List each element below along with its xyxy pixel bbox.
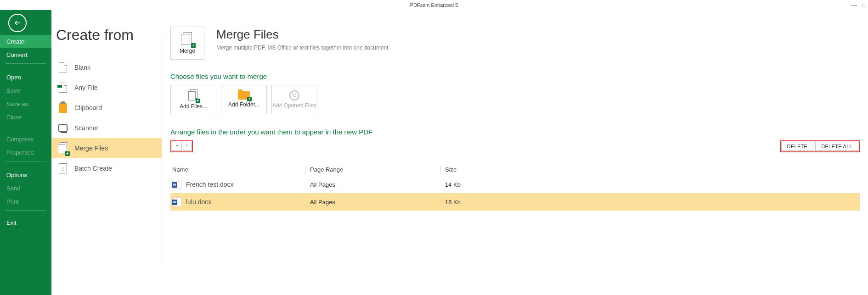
create-from-label: Scanner	[74, 124, 98, 132]
merge-files-icon: +	[58, 142, 68, 154]
delete-all-button[interactable]: DELETE ALL	[815, 142, 858, 151]
page-title: Create from	[56, 27, 162, 44]
column-header-name[interactable]: Name	[170, 166, 305, 173]
choose-files-heading: Choose files you want to merge	[170, 72, 860, 80]
divider	[162, 33, 162, 267]
sidebar-item-create[interactable]: Create	[0, 35, 51, 48]
window-title: PDFsam Enhanced 5	[410, 2, 458, 8]
sidebar-item-compress: Compress	[0, 133, 51, 146]
file-range: All Pages	[305, 199, 440, 206]
sidebar-item-close: Close	[0, 111, 51, 124]
delete-controls: DELETE DELETE ALL	[780, 140, 860, 152]
add-files-label: Add Files...	[180, 103, 207, 110]
batch-create-icon: ↓	[59, 163, 67, 173]
file-table: Name Page Range Size French test.docx Al…	[170, 163, 860, 211]
word-file-icon	[173, 180, 181, 189]
merge-icon: +	[181, 32, 194, 46]
merge-button[interactable]: + Merge	[170, 27, 204, 60]
back-button[interactable]	[8, 14, 27, 32]
move-up-button[interactable]: ˄	[172, 142, 182, 151]
scanner-icon	[58, 124, 68, 132]
create-from-label: Any File	[74, 84, 98, 91]
file-range: All Pages	[305, 181, 440, 188]
sidebar-heading-open[interactable]: Open	[0, 70, 51, 84]
task-title: Merge Files	[216, 28, 390, 42]
clipboard-icon	[59, 103, 67, 113]
blank-page-icon	[59, 62, 67, 72]
sidebar-item-properties: Properties	[0, 146, 51, 159]
create-from-clipboard[interactable]: Clipboard	[51, 98, 162, 118]
create-from-label: Clipboard	[74, 104, 102, 111]
create-from-label: Blank	[74, 64, 90, 71]
add-files-button[interactable]: + Add Files...	[170, 85, 216, 114]
file-size: 14 Kb	[440, 181, 571, 188]
sidebar-item-convert[interactable]: Convert	[0, 48, 51, 61]
merge-button-label: Merge	[180, 48, 195, 54]
column-header-size[interactable]: Size	[440, 166, 571, 173]
create-from-any-file[interactable]: Any File	[51, 78, 162, 98]
create-from-blank[interactable]: Blank	[51, 57, 162, 78]
any-file-icon	[59, 83, 67, 93]
sidebar-item-save: Save	[0, 84, 51, 97]
add-folder-label: Add Folder...	[228, 101, 259, 108]
sidebar-item-save-as: Save as	[0, 97, 51, 111]
merge-panel: + Merge Merge Files Merge multiple PDF, …	[170, 10, 868, 295]
arrow-left-icon	[13, 19, 22, 27]
sidebar: Create Convert Open Save Save as Close C…	[0, 10, 51, 295]
add-files-icon: +	[188, 89, 198, 101]
column-header-blank	[571, 166, 860, 173]
create-from-scanner[interactable]: Scanner	[51, 118, 162, 138]
add-opened-label: Add Opened Files	[272, 102, 316, 109]
maximize-button[interactable]: □	[862, 2, 866, 8]
reorder-controls: ˄ ˅	[170, 140, 193, 152]
create-from-merge-files[interactable]: + Merge Files	[51, 138, 162, 158]
create-from-label: Batch Create	[74, 165, 112, 172]
create-from-panel: Create from Blank Any File Clipboard Sca…	[51, 10, 162, 295]
add-opened-files-button: ↻ Add Opened Files	[271, 85, 317, 114]
arrange-heading: Arrange files in the order you want them…	[170, 128, 860, 136]
sidebar-item-exit[interactable]: Exit	[0, 216, 51, 229]
delete-button[interactable]: DELETE	[781, 142, 814, 151]
sidebar-heading-options[interactable]: Options	[0, 168, 51, 182]
add-opened-files-icon: ↻	[289, 90, 299, 100]
move-down-button[interactable]: ˅	[181, 142, 192, 151]
file-name: French test.docx	[186, 181, 234, 188]
task-description: Merge multiple PDF, MS Office or text fi…	[216, 45, 390, 51]
sidebar-item-print: Print	[0, 195, 51, 208]
table-row[interactable]: French test.docx All Pages 14 Kb	[170, 176, 860, 193]
sidebar-item-send: Send	[0, 182, 51, 195]
file-name: lulu.docx	[186, 198, 211, 206]
column-header-range[interactable]: Page Range	[305, 166, 440, 173]
add-folder-button[interactable]: + Add Folder...	[221, 85, 267, 114]
create-from-label: Merge Files	[74, 145, 108, 152]
create-from-batch[interactable]: ↓ Batch Create	[51, 158, 162, 178]
file-size: 16 Kb	[440, 199, 571, 206]
table-row[interactable]: lulu.docx All Pages 16 Kb	[170, 193, 860, 211]
word-file-icon	[173, 197, 181, 206]
add-folder-icon: +	[238, 91, 250, 100]
minimize-button[interactable]: —	[851, 2, 857, 8]
